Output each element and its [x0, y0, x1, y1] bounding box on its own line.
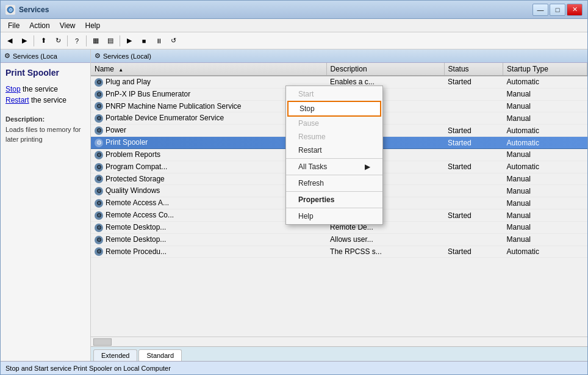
service-gear-icon: ⚙ — [95, 139, 103, 147]
service-gear-icon: ⚙ — [95, 90, 103, 99]
service-gear-icon: ⚙ — [95, 199, 103, 208]
cell-status — [444, 173, 503, 185]
restart-suffix: the service — [29, 96, 66, 104]
gear-icon-left: ⚙ — [4, 52, 10, 60]
service-name-text: Portable Device Enumerator Service — [106, 114, 224, 122]
minimize-button[interactable]: — — [532, 4, 548, 16]
service-gear-icon: ⚙ — [95, 175, 103, 183]
h-scroll-thumb[interactable] — [93, 338, 112, 346]
service-gear-icon: ⚙ — [95, 114, 103, 123]
tab-bar: Extended Standard — [91, 346, 587, 361]
service-title: Print Spooler — [5, 68, 85, 78]
cell-startup: Manual — [503, 100, 587, 112]
service-gear-icon: ⚙ — [95, 236, 103, 244]
cell-startup: Manual — [503, 88, 587, 100]
service-gear-icon: ⚙ — [95, 247, 103, 256]
refresh-button[interactable]: ↻ — [51, 34, 65, 48]
menu-view[interactable]: View — [55, 20, 81, 31]
left-panel-title: Services (Loca — [13, 53, 57, 60]
context-menu-item[interactable]: Properties — [286, 193, 382, 206]
cell-status — [444, 197, 503, 209]
service-gear-icon: ⚙ — [95, 126, 103, 135]
view-button[interactable]: ▤ — [104, 34, 117, 48]
context-menu-item[interactable]: Refresh — [286, 177, 382, 190]
service-gear-icon: ⚙ — [95, 151, 103, 159]
table-row[interactable]: ⚙Remote Desktop...Allows user...Manual — [91, 233, 587, 246]
stop-button[interactable]: ■ — [137, 34, 151, 48]
table-row[interactable]: ⚙Remote Procedu...The RPCSS s...StartedA… — [91, 246, 587, 258]
toolbar: ◀ ▶ ⬆ ↻ ? ▦ ▤ ▶ ■ ⏸ ↺ — [1, 32, 587, 49]
cell-description: Allows user... — [326, 233, 444, 246]
console-button[interactable]: ▦ — [89, 34, 102, 48]
tab-standard[interactable]: Standard — [138, 349, 182, 361]
service-description: Description: Loads files to memory for l… — [5, 114, 85, 145]
cell-status — [444, 148, 503, 161]
cell-status: Started — [444, 137, 503, 149]
cell-startup: Manual — [503, 197, 587, 209]
cell-status — [444, 112, 503, 125]
service-gear-icon: ⚙ — [95, 187, 103, 195]
forward-button[interactable]: ▶ — [18, 34, 31, 48]
service-name-text: PNRP Machine Name Publication Service — [106, 102, 242, 111]
left-panel-header: ⚙ Services (Loca — [1, 49, 90, 63]
cell-status — [444, 100, 503, 112]
context-menu-item[interactable]: Stop — [287, 101, 381, 117]
app-icon: ⚙ — [5, 5, 15, 15]
col-name[interactable]: Name ▲ — [91, 63, 326, 76]
cell-startup: Automatic — [503, 125, 587, 137]
back-button[interactable]: ◀ — [3, 34, 16, 48]
menu-file[interactable]: File — [3, 20, 24, 31]
cell-startup: Manual — [503, 185, 587, 197]
table-header-row: Name ▲ Description Status Startup Type — [91, 63, 587, 76]
cell-description: The RPCSS s... — [326, 246, 444, 258]
context-menu: StartStopPauseResumeRestartAll Tasks▶Ref… — [285, 86, 383, 225]
context-menu-item[interactable]: Pause — [286, 117, 382, 130]
cell-status: Started — [444, 161, 503, 173]
description-text: Loads files to memory for later printing — [5, 126, 81, 144]
context-menu-item[interactable]: Help — [286, 209, 382, 223]
pause-button[interactable]: ⏸ — [152, 34, 165, 48]
cell-status: Started — [444, 76, 503, 88]
svg-text:⚙: ⚙ — [9, 7, 13, 13]
service-name-text: Remote Desktop... — [106, 235, 166, 244]
stop-link[interactable]: Stop — [5, 85, 21, 93]
start-button[interactable]: ▶ — [123, 34, 136, 48]
context-menu-item[interactable]: Restart — [286, 144, 382, 157]
col-description[interactable]: Description — [326, 63, 444, 76]
service-name-text: Remote Desktop... — [106, 223, 166, 231]
cell-startup: Manual — [503, 112, 587, 125]
toolbar-sep-1 — [34, 35, 34, 46]
maximize-button[interactable]: □ — [550, 4, 565, 16]
service-name-text: Program Compat... — [106, 162, 167, 171]
menu-action[interactable]: Action — [24, 20, 54, 31]
context-menu-separator — [286, 175, 382, 175]
context-menu-item[interactable]: All Tasks▶ — [286, 160, 382, 173]
cell-status — [444, 185, 503, 197]
cell-startup: Automatic — [503, 246, 587, 258]
submenu-arrow-icon: ▶ — [365, 162, 370, 171]
close-button[interactable]: ✕ — [567, 4, 583, 16]
cell-status — [444, 221, 503, 233]
tab-extended[interactable]: Extended — [93, 349, 137, 361]
context-menu-item[interactable]: Resume — [286, 130, 382, 144]
context-menu-item[interactable]: Start — [286, 87, 382, 101]
cell-status: Started — [444, 246, 503, 258]
horizontal-scrollbar[interactable] — [91, 337, 587, 346]
col-startup[interactable]: Startup Type — [503, 63, 587, 76]
toolbar-sep-3 — [86, 35, 87, 46]
service-gear-icon: ⚙ — [95, 224, 103, 232]
main-panel-header: ⚙ Services (Local) — [91, 49, 587, 63]
service-name-text: Problem Reports — [106, 150, 160, 159]
cell-status: Started — [444, 125, 503, 137]
help-button[interactable]: ? — [70, 34, 84, 48]
up-button[interactable]: ⬆ — [37, 34, 50, 48]
menu-help[interactable]: Help — [81, 20, 106, 31]
restart-button[interactable]: ↺ — [167, 34, 180, 48]
status-text: Stop and Start service Print Spooler on … — [5, 365, 171, 372]
cell-name: ⚙Remote Desktop... — [91, 233, 326, 246]
left-panel: ⚙ Services (Loca Print Spooler Stop the … — [1, 49, 91, 361]
cell-startup: Automatic — [503, 161, 587, 173]
cell-startup: Automatic — [503, 137, 587, 149]
col-status[interactable]: Status — [444, 63, 503, 76]
restart-link[interactable]: Restart — [5, 96, 29, 104]
